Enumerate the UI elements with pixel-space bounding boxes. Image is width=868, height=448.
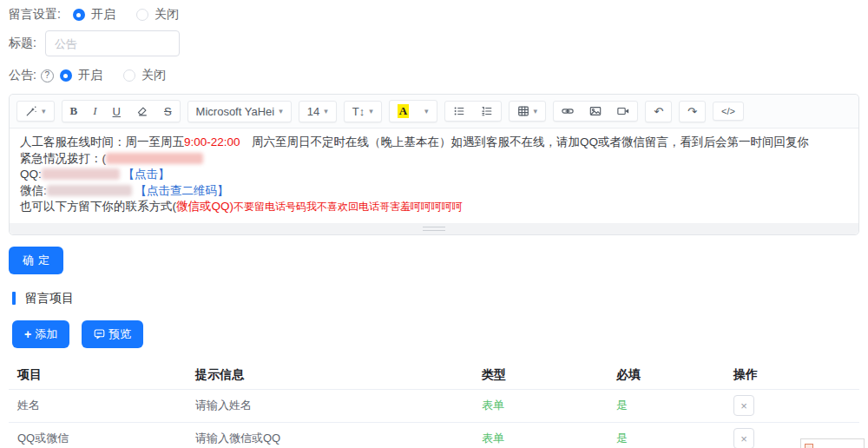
insert-group: [553, 101, 638, 122]
table-actions: + 添加 预览: [12, 320, 859, 348]
section-accent-bar: [12, 292, 16, 305]
announcement-row: 公告: ? 开启 关闭: [9, 68, 859, 83]
radio-announcement-off[interactable]: 关闭: [123, 68, 166, 83]
color-group: A ▾: [389, 100, 437, 122]
table-row: 姓名 请输入姓名 表单 是 ×: [9, 390, 859, 423]
redo-button[interactable]: ↷: [680, 102, 705, 122]
col-header-item: 项目: [9, 367, 195, 383]
table-header-row: 项目 提示信息 类型 必填 操作: [9, 362, 859, 390]
title-input[interactable]: [45, 30, 180, 56]
font-family-value: Microsoft YaHei: [196, 105, 275, 118]
delete-row-button[interactable]: ×: [733, 428, 754, 448]
col-header-required: 必填: [616, 367, 733, 383]
magic-wand-icon: [25, 105, 37, 117]
contact-note-red-small: 不要留电话号码我不喜欢回电话哥害羞呵呵呵呵呵: [233, 201, 463, 213]
cell-type: 表单: [482, 432, 504, 445]
caret-down-icon: ▾: [279, 107, 283, 115]
service-hours-text: 人工客服在线时间：周一至周五: [20, 135, 184, 148]
cell-required: 是: [616, 399, 628, 412]
plus-icon: +: [24, 327, 31, 341]
caret-down-icon: ▾: [324, 107, 328, 115]
table-icon: [517, 105, 529, 117]
radio-announcement-on[interactable]: 开启: [60, 68, 102, 83]
code-view-button[interactable]: </>: [713, 102, 743, 120]
radio-message-on[interactable]: 开启: [73, 7, 115, 23]
text-height-icon: T↕: [352, 105, 365, 118]
wechat-label: 微信:: [20, 184, 47, 197]
service-hours-red: 9:00-22:00: [184, 135, 240, 148]
redo-icon: ↷: [687, 105, 697, 118]
add-button[interactable]: + 添加: [12, 320, 69, 348]
radio-message-off[interactable]: 关闭: [136, 7, 179, 23]
caret-down-icon: ▾: [424, 107, 429, 115]
emergency-call-text: 紧急情况拨打：(: [20, 152, 106, 165]
font-family-group: Microsoft YaHei ▾: [187, 101, 292, 122]
font-size-group: 14 ▾: [299, 101, 337, 122]
ordered-list-button[interactable]: [473, 102, 501, 121]
italic-button[interactable]: I: [85, 101, 104, 122]
radio-message-on-label: 开启: [91, 7, 115, 23]
cell-hint: 请输入微信或QQ: [195, 431, 482, 446]
table-dropdown[interactable]: ▾: [510, 102, 546, 121]
radio-announcement-on-label: 开启: [78, 68, 102, 83]
section-header: 留言项目: [12, 291, 859, 306]
font-color-button[interactable]: A: [390, 101, 417, 122]
editor-content[interactable]: 人工客服在线时间：周一至周五9:00-22:00 周六至周日不定时在线（晚上基本…: [10, 128, 858, 223]
font-size-dropdown[interactable]: 14 ▾: [299, 102, 336, 122]
video-icon: [617, 105, 629, 117]
magic-style-button[interactable]: ▾: [17, 102, 54, 121]
bold-button[interactable]: B: [62, 101, 86, 122]
radio-selected-icon: [60, 69, 72, 82]
announcement-label: 公告:: [9, 68, 36, 83]
code-group: </>: [713, 102, 744, 121]
resize-grip-icon: [423, 227, 445, 231]
close-icon: ×: [740, 400, 747, 412]
undo-group: ↶: [645, 101, 672, 122]
page: 留言设置: 开启 关闭 标题: 公告: ? 开启 关闭: [0, 0, 868, 448]
image-button[interactable]: [582, 102, 609, 121]
rich-text-editor: ▾ B I U S Microsoft YaHei ▾ 14: [9, 94, 859, 235]
eraser-icon: [136, 105, 148, 117]
undo-button[interactable]: ↶: [646, 102, 671, 122]
redacted-wechat-id: [47, 185, 132, 196]
col-header-action: 操作: [733, 367, 859, 383]
preview-button-label: 预览: [108, 326, 131, 342]
line-height-group: T↕ ▾: [344, 101, 382, 122]
line-height-dropdown[interactable]: T↕ ▾: [345, 102, 381, 122]
redacted-qq-number: [42, 168, 120, 180]
video-button[interactable]: [609, 102, 637, 121]
style-group: ▾: [16, 101, 55, 122]
clear-format-button[interactable]: [128, 101, 156, 122]
editor-toolbar: ▾ B I U S Microsoft YaHei ▾ 14: [10, 95, 858, 128]
editor-line-1: 人工客服在线时间：周一至周五9:00-22:00 周六至周日不定时在线（晚上基本…: [20, 135, 848, 151]
preview-chat-icon: [94, 328, 105, 339]
confirm-button[interactable]: 确定: [9, 247, 63, 274]
cell-hint: 请输入姓名: [195, 398, 482, 413]
font-color-icon: A: [398, 104, 409, 118]
image-icon: [589, 105, 602, 117]
strikethrough-button[interactable]: S: [156, 101, 180, 122]
radio-unselected-icon: [123, 69, 135, 82]
wechat-qrcode-link[interactable]: 【点击查二维码】: [135, 184, 229, 197]
font-color-dropdown[interactable]: ▾: [417, 101, 437, 122]
section-title: 留言项目: [25, 291, 74, 306]
editor-resize-bar[interactable]: [10, 223, 858, 234]
radio-message-off-label: 关闭: [155, 7, 179, 23]
numbered-list-icon: [481, 105, 493, 117]
delete-row-button[interactable]: ×: [733, 395, 754, 416]
service-hours-rest: 周六至周日不定时在线（晚上基本在）如遇到客服不在线，请加QQ或者微信留言，看到后…: [240, 135, 810, 148]
contact-note-red: 微信或QQ): [176, 200, 233, 213]
unordered-list-button[interactable]: [445, 102, 473, 121]
font-size-value: 14: [307, 105, 319, 118]
underline-button[interactable]: U: [105, 101, 128, 122]
help-circle-icon[interactable]: ?: [41, 69, 54, 82]
font-family-dropdown[interactable]: Microsoft YaHei ▾: [188, 102, 291, 122]
radio-unselected-icon: [136, 9, 148, 21]
caret-down-icon: ▾: [534, 107, 538, 115]
preview-button[interactable]: 预览: [82, 320, 143, 348]
qq-click-link[interactable]: 【点击】: [123, 168, 170, 181]
message-items-table: 项目 提示信息 类型 必填 操作 姓名 请输入姓名 表单 是 × QQ或微信 请…: [9, 362, 859, 448]
cell-type: 表单: [482, 399, 504, 412]
link-button[interactable]: [554, 102, 582, 121]
broken-image-icon: [805, 444, 813, 448]
